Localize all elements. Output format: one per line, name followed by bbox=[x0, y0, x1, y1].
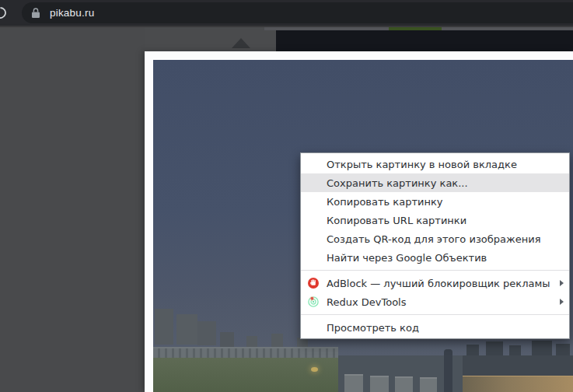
dimmed-page-left bbox=[0, 27, 145, 392]
context-menu: Открыть картинку в новой вкладкеСохранит… bbox=[300, 152, 570, 339]
menu-item-save-image-as[interactable]: Сохранить картинку как... bbox=[301, 173, 569, 192]
menu-item-label: Сохранить картинку как... bbox=[327, 177, 468, 189]
address-bar[interactable]: pikabu.ru bbox=[22, 2, 573, 23]
menu-item-create-qr-code[interactable]: Создать QR-код для этого изображения bbox=[301, 229, 569, 248]
menu-separator bbox=[301, 270, 569, 271]
photo-chimney bbox=[197, 321, 216, 345]
menu-separator bbox=[301, 314, 569, 315]
menu-item-inspect[interactable]: Просмотреть код bbox=[301, 318, 569, 337]
menu-item-open-image-new-tab[interactable]: Открыть картинку в новой вкладке bbox=[301, 155, 569, 173]
menu-item-label: Открыть картинку в новой вкладке bbox=[327, 159, 517, 170]
photo-dormer bbox=[370, 376, 389, 392]
lock-icon bbox=[31, 7, 40, 19]
photo-dormer bbox=[420, 377, 437, 392]
photo-chimney bbox=[155, 309, 173, 345]
photo-statue bbox=[444, 349, 452, 392]
menu-item-google-lens[interactable]: Найти через Google Объектив bbox=[301, 248, 569, 267]
menu-item-label: Redux DevTools bbox=[327, 296, 407, 308]
adblock-icon bbox=[308, 278, 319, 289]
dimmed-dark-header bbox=[276, 30, 573, 51]
screenshot-root: pikabu.ru bbox=[0, 0, 573, 392]
photo-dormer bbox=[395, 376, 413, 392]
url-text[interactable]: pikabu.ru bbox=[50, 7, 94, 19]
browser-toolbar: pikabu.ru bbox=[0, 0, 573, 26]
menu-item-redux-devtools[interactable]: Redux DevTools bbox=[301, 292, 569, 311]
menu-item-adblock[interactable]: AdBlock — лучший блокировщик рекламы bbox=[301, 274, 569, 292]
photo-dormer bbox=[344, 374, 363, 392]
menu-item-label: Копировать URL картинки bbox=[327, 215, 466, 226]
menu-item-copy-image[interactable]: Копировать картинку bbox=[301, 192, 569, 211]
photo-chimney bbox=[176, 314, 197, 345]
menu-item-label: Найти через Google Объектив bbox=[327, 252, 487, 264]
dimmed-page-top bbox=[145, 27, 276, 51]
menu-item-label: Создать QR-код для этого изображения bbox=[327, 233, 540, 245]
chevron-up-icon[interactable] bbox=[232, 38, 250, 48]
menu-item-label: AdBlock — лучший блокировщик рекламы bbox=[327, 278, 550, 289]
menu-item-label: Просмотреть код bbox=[327, 322, 419, 334]
reload-icon[interactable] bbox=[0, 5, 8, 20]
submenu-arrow-icon bbox=[560, 280, 564, 286]
menu-item-copy-image-url[interactable]: Копировать URL картинки bbox=[301, 211, 569, 229]
photo-green-wall bbox=[153, 358, 338, 392]
redux-devtools-icon bbox=[308, 296, 319, 307]
submenu-arrow-icon bbox=[560, 299, 564, 305]
menu-item-label: Копировать картинку bbox=[327, 196, 442, 208]
photo-lit-window bbox=[311, 367, 318, 372]
photo-lit-facade bbox=[463, 376, 573, 392]
